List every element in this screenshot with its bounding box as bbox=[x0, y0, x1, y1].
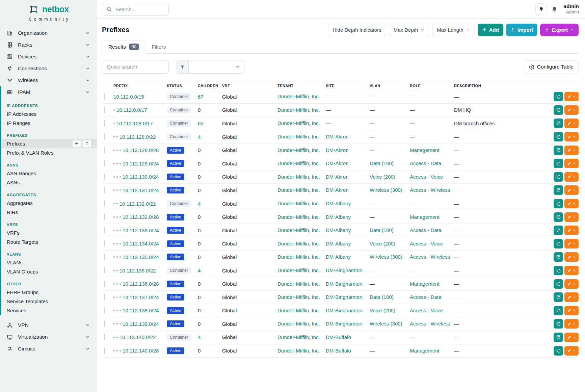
vlan-link[interactable]: Voice (200) bbox=[370, 241, 395, 246]
quick-search-input[interactable] bbox=[102, 60, 169, 74]
site-link[interactable]: DM-Akron bbox=[326, 160, 349, 166]
clone-button[interactable] bbox=[554, 306, 563, 315]
prefix-link[interactable]: 10.112.128.0/22 bbox=[119, 134, 156, 140]
edit-button[interactable] bbox=[564, 346, 579, 356]
vlan-link[interactable]: Wireless (300) bbox=[370, 321, 402, 326]
row-checkbox[interactable] bbox=[104, 174, 105, 180]
row-checkbox[interactable] bbox=[104, 214, 105, 220]
max-length-dropdown[interactable]: Max Length bbox=[432, 24, 475, 36]
row-checkbox[interactable] bbox=[104, 347, 105, 354]
role-link[interactable]: Management bbox=[410, 214, 440, 220]
prefix-link[interactable]: 10.112.140.0/22 bbox=[119, 334, 156, 340]
site-link[interactable]: DM-Binghamton bbox=[326, 308, 362, 313]
clone-button[interactable] bbox=[554, 172, 563, 182]
row-checkbox[interactable] bbox=[104, 187, 105, 193]
prefix-link[interactable]: 10.112.128.0/17 bbox=[116, 121, 153, 126]
tenant-link[interactable]: Dunder-Mifflin, Inc. bbox=[277, 107, 320, 113]
sidebar-item-service-templates[interactable]: Service Templates bbox=[1, 297, 97, 306]
configure-table-button[interactable]: Configure Table bbox=[524, 60, 579, 73]
tenant-link[interactable]: Dunder-Mifflin, Inc. bbox=[277, 120, 320, 126]
vlan-link[interactable]: Data (100) bbox=[370, 160, 394, 166]
tab-results[interactable]: Results 90 bbox=[102, 40, 145, 54]
sidebar-item-asn-ranges[interactable]: ASN Ranges bbox=[1, 169, 97, 178]
edit-button[interactable] bbox=[564, 185, 579, 195]
tenant-link[interactable]: Dunder-Mifflin, Inc. bbox=[277, 321, 320, 326]
sidebar-item-devices[interactable]: Devices bbox=[0, 51, 97, 62]
sidebar-item-wireless[interactable]: Wireless bbox=[0, 74, 97, 86]
clone-button[interactable] bbox=[554, 185, 563, 195]
sidebar-item-ip-ranges[interactable]: IP Ranges bbox=[1, 119, 97, 128]
clone-button[interactable] bbox=[554, 292, 563, 302]
site-link[interactable]: DM-Binghamton bbox=[326, 281, 362, 287]
prefix-link[interactable]: 10.112.0.0/17 bbox=[116, 107, 147, 113]
role-link[interactable]: Access - Wireless bbox=[410, 321, 450, 326]
tenant-link[interactable]: Dunder-Mifflin, Inc. bbox=[277, 187, 320, 193]
clone-button[interactable] bbox=[554, 159, 563, 168]
tab-filters[interactable]: Filters bbox=[145, 41, 172, 53]
sidebar-item-asns[interactable]: ASNs bbox=[1, 178, 97, 187]
prefix-link[interactable]: 10.112.135.0/24 bbox=[123, 254, 159, 260]
edit-button[interactable] bbox=[564, 105, 579, 115]
sidebar-item-aggregates[interactable]: Aggregates bbox=[1, 199, 97, 208]
clone-button[interactable] bbox=[554, 239, 563, 249]
sidebar-item-virtualization[interactable]: Virtualization bbox=[0, 331, 97, 343]
edit-button[interactable] bbox=[564, 226, 579, 235]
prefix-link[interactable]: 10.112.137.0/24 bbox=[123, 294, 159, 300]
clone-button[interactable] bbox=[554, 146, 563, 155]
role-link[interactable]: Access - Voice bbox=[410, 174, 443, 180]
edit-button[interactable] bbox=[564, 333, 579, 342]
sidebar-item-circuits[interactable]: Circuits bbox=[0, 343, 97, 355]
children-count-link[interactable]: 4 bbox=[198, 201, 222, 207]
prefix-link[interactable]: 10.112.138.0/24 bbox=[123, 308, 159, 313]
sidebar-item-ip-addresses[interactable]: IP Addresses bbox=[1, 109, 97, 119]
sidebar-item-vpn[interactable]: VPN bbox=[0, 319, 97, 331]
prefix-link[interactable]: 10.112.130.0/24 bbox=[123, 174, 159, 180]
clone-button[interactable] bbox=[554, 279, 563, 289]
prefix-link[interactable]: 10.112.132.0/28 bbox=[123, 214, 159, 220]
vlan-link[interactable]: Wireless (300) bbox=[370, 187, 402, 193]
edit-button[interactable] bbox=[564, 146, 579, 155]
export-dropdown[interactable]: Export bbox=[540, 24, 579, 36]
tenant-link[interactable]: Dunder-Mifflin, Inc. bbox=[277, 294, 320, 300]
row-checkbox[interactable] bbox=[104, 320, 105, 327]
max-depth-dropdown[interactable]: Max Depth bbox=[389, 24, 430, 36]
sidebar-item-rirs[interactable]: RIRs bbox=[1, 208, 97, 217]
clone-button[interactable] bbox=[554, 252, 563, 262]
hide-depth-indicators-button[interactable]: Hide Depth Indicators bbox=[328, 24, 386, 36]
tenant-link[interactable]: Dunder-Mifflin, Inc. bbox=[277, 334, 320, 340]
edit-button[interactable] bbox=[564, 266, 579, 275]
prefix-link[interactable]: 10.112.134.0/24 bbox=[123, 241, 159, 246]
row-checkbox[interactable] bbox=[104, 267, 105, 273]
sidebar-item-services[interactable]: Services bbox=[1, 306, 97, 315]
role-link[interactable]: Management bbox=[410, 281, 440, 287]
role-link[interactable]: Access - Data bbox=[410, 294, 441, 300]
tenant-link[interactable]: Dunder-Mifflin, Inc. bbox=[277, 308, 320, 313]
clone-button[interactable] bbox=[554, 119, 563, 128]
site-link[interactable]: DM-Binghamton bbox=[326, 321, 362, 326]
site-link[interactable]: DM-Albany bbox=[326, 227, 351, 233]
role-link[interactable]: Access - Voice bbox=[410, 241, 443, 246]
role-link[interactable]: Access - Voice bbox=[410, 308, 443, 313]
row-checkbox[interactable] bbox=[104, 120, 105, 126]
site-link[interactable]: DM-Albany bbox=[326, 201, 351, 206]
row-checkbox[interactable] bbox=[104, 160, 105, 166]
tenant-link[interactable]: Dunder-Mifflin, Inc. bbox=[277, 214, 320, 220]
vlan-link[interactable]: Data (100) bbox=[370, 227, 394, 233]
row-checkbox[interactable] bbox=[104, 334, 105, 340]
children-count-link[interactable]: 67 bbox=[198, 94, 222, 100]
edit-button[interactable] bbox=[564, 159, 579, 168]
import-button[interactable]: Import bbox=[506, 24, 538, 36]
sidebar-item-connections[interactable]: Connections bbox=[0, 62, 97, 74]
sidebar-add-button[interactable] bbox=[72, 140, 81, 148]
global-search[interactable] bbox=[102, 3, 169, 16]
site-link[interactable]: DM-Akron bbox=[326, 147, 349, 153]
edit-button[interactable] bbox=[564, 212, 579, 222]
tenant-link[interactable]: Dunder-Mifflin, Inc. bbox=[277, 267, 320, 273]
tenant-link[interactable]: Dunder-Mifflin, Inc. bbox=[277, 94, 320, 99]
children-count-link[interactable]: 4 bbox=[198, 134, 222, 140]
edit-button[interactable] bbox=[564, 319, 579, 329]
sidebar-import-button[interactable] bbox=[82, 140, 91, 148]
site-link[interactable]: DM-Buffalo bbox=[326, 348, 351, 354]
sidebar-item-vrfs[interactable]: VRFs bbox=[1, 228, 97, 237]
clone-button[interactable] bbox=[554, 105, 563, 115]
